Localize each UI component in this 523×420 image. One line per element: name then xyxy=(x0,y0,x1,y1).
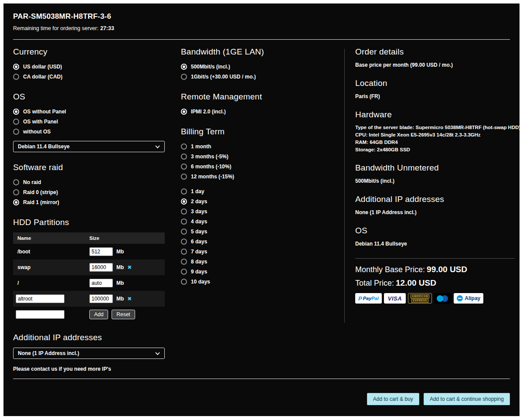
radio-option-raid-0-stripe[interactable]: Raid 0 (stripe) xyxy=(13,188,166,197)
radio-option-ipmi-2-0-incl[interactable]: IPMI 2.0 (incl.) xyxy=(181,107,331,116)
additional-ips-select-value: None (1 IP Address incl.) xyxy=(18,350,155,356)
radio-option-1gbit-s-30-00-usd-mo[interactable]: 1Gbit/s (+30.00 USD / mo.) xyxy=(181,72,331,82)
hardware-spec-line: Type of the server blade: Supermicro 503… xyxy=(355,125,515,130)
mastercard-circle-left xyxy=(437,295,443,302)
radio-option-without-os[interactable]: without OS xyxy=(13,127,166,137)
amex-line-2: EXPRESS xyxy=(411,299,428,303)
radio-label: No raid xyxy=(23,179,41,185)
add-to-cart-continue-button[interactable]: Add to cart & continue shopping xyxy=(424,393,510,405)
partition-size-input[interactable] xyxy=(89,263,113,272)
size-unit-label: Mb xyxy=(116,280,124,286)
partition-name-input[interactable] xyxy=(16,294,65,303)
add-to-cart-buy-button[interactable]: Add to cart & buy xyxy=(367,393,419,405)
radio-option-3-days[interactable]: 3 days xyxy=(181,207,331,216)
os-select[interactable]: Debian 11.4 Bullseye xyxy=(13,141,165,152)
total-price: Total Price:12.00 USD xyxy=(355,278,515,288)
radio-option-os-with-panel[interactable]: OS with Panel xyxy=(13,117,166,126)
radio-option-2-days[interactable]: 2 days xyxy=(181,197,331,206)
partition-row: /Mb xyxy=(13,275,165,291)
partition-table: Name Size /bootMbswapMb✖/MbMb✖ Add Reset xyxy=(13,232,165,322)
radio-icon xyxy=(181,229,187,235)
radio-icon xyxy=(13,64,19,70)
radio-icon xyxy=(181,188,187,195)
base-price-text: Base price per month (99.00 USD / mo.) xyxy=(355,62,515,68)
hardware-spec-line: Storage: 2x480GB SSD xyxy=(355,147,515,153)
delete-partition-icon[interactable]: ✖ xyxy=(127,296,132,302)
page-title: PAR-SM5038MR-H8TRF-3-6 xyxy=(13,12,114,21)
radio-option-12-months-15[interactable]: 12 months (-15%) xyxy=(181,172,331,181)
partition-size: Mb xyxy=(89,247,124,256)
radio-option-5-days[interactable]: 5 days xyxy=(181,227,331,236)
software-raid-heading: Software raid xyxy=(13,163,166,172)
radio-option-no-raid[interactable]: No raid xyxy=(13,178,166,187)
radio-icon xyxy=(181,198,187,205)
radio-option-500mbit-s-incl[interactable]: 500Mbit/s (incl.) xyxy=(181,62,331,72)
radio-label: 3 days xyxy=(191,208,207,215)
partition-row: Mb✖ xyxy=(13,291,165,307)
radio-option-10-days[interactable]: 10 days xyxy=(181,277,331,287)
radio-label: CA dollar (CAD) xyxy=(23,74,62,80)
radio-label: 10 days xyxy=(191,279,210,285)
partition-name: swap xyxy=(13,264,89,270)
radio-option-9-days[interactable]: 9 days xyxy=(181,267,331,277)
radio-icon xyxy=(181,64,187,70)
location-value: Paris (FR) xyxy=(355,93,515,99)
monthly-price-value: 99.00 USD xyxy=(427,265,467,274)
delete-partition-icon[interactable]: ✖ xyxy=(127,264,132,270)
partition-size-input[interactable] xyxy=(89,294,113,303)
vertical-divider xyxy=(344,49,345,323)
radio-icon xyxy=(181,143,187,150)
remote-management-options: IPMI 2.0 (incl.) xyxy=(181,107,331,116)
paypal-badge: PPayPal xyxy=(355,293,382,304)
radio-label: 5 days xyxy=(191,229,207,235)
radio-option-us-dollar-usd[interactable]: US dollar (USD) xyxy=(13,62,166,72)
billing-term-day-options: 1 day2 days3 days4 days5 days6 days7 day… xyxy=(181,187,331,287)
reset-partitions-button[interactable]: Reset xyxy=(112,310,135,319)
size-unit-label: Mb xyxy=(116,249,124,255)
radio-option-3-months-5[interactable]: 3 months (-5%) xyxy=(181,152,331,161)
partition-size: Mb✖ xyxy=(89,263,132,272)
radio-option-1-day[interactable]: 1 day xyxy=(181,187,331,196)
radio-label: 3 months (-5%) xyxy=(191,154,228,160)
add-partition-button[interactable]: Add xyxy=(89,310,108,319)
paypal-text-1: Pay xyxy=(363,296,372,301)
radio-icon xyxy=(181,109,187,115)
remote-management-heading: Remote Management xyxy=(181,92,331,102)
radio-label: US dollar (USD) xyxy=(23,64,62,70)
additional-ips-select[interactable]: None (1 IP Address incl.) xyxy=(13,348,165,359)
partition-size-input[interactable] xyxy=(89,247,113,256)
new-partition-name-input[interactable] xyxy=(16,310,65,319)
partition-size: Mb✖ xyxy=(89,294,132,303)
radio-option-4-days[interactable]: 4 days xyxy=(181,217,331,226)
order-details-heading: Order details xyxy=(355,47,515,57)
partition-rows: /bootMbswapMb✖/MbMb✖ xyxy=(13,244,165,307)
order-panel: PAR-SM5038MR-H8TRF-3-6 Remaining time fo… xyxy=(3,3,520,416)
radio-icon xyxy=(181,269,187,275)
summary-os-heading: OS xyxy=(355,226,515,236)
radio-label: 9 days xyxy=(191,269,207,275)
remaining-time-label: Remaining time for ordering server: xyxy=(13,25,98,31)
radio-icon xyxy=(181,74,187,80)
radio-option-6-days[interactable]: 6 days xyxy=(181,237,331,246)
chevron-down-icon xyxy=(155,145,160,148)
radio-option-ca-dollar-cad[interactable]: CA dollar (CAD) xyxy=(13,72,166,82)
hardware-heading: Hardware xyxy=(355,110,515,120)
software-raid-options: No raidRaid 0 (stripe)Raid 1 (mirror) xyxy=(13,178,166,207)
radio-label: without OS xyxy=(23,129,51,135)
radio-option-os-without-panel[interactable]: OS without Panel xyxy=(13,107,166,116)
radio-option-8-days[interactable]: 8 days xyxy=(181,257,331,266)
radio-option-raid-1-mirror[interactable]: Raid 1 (mirror) xyxy=(13,198,166,207)
radio-icon xyxy=(13,109,19,115)
ip-contact-note: Please contact us if you need more IP's xyxy=(13,366,166,372)
radio-option-1-month[interactable]: 1 month xyxy=(181,142,331,151)
partition-size-input[interactable] xyxy=(89,279,113,287)
radio-option-6-months-10[interactable]: 6 months (-10%) xyxy=(181,162,331,171)
summary-os-value: Debian 11.4 Bullseye xyxy=(355,241,515,247)
total-price-label: Total Price: xyxy=(355,279,394,287)
total-price-value: 12.00 USD xyxy=(396,278,436,287)
billing-term-heading: Billing Term xyxy=(181,127,331,137)
new-partition-name-cell xyxy=(13,310,89,319)
bandwidth-heading: Bandwidth (1GE LAN) xyxy=(181,47,331,57)
column-header-name: Name xyxy=(13,236,89,241)
radio-option-7-days[interactable]: 7 days xyxy=(181,247,331,256)
